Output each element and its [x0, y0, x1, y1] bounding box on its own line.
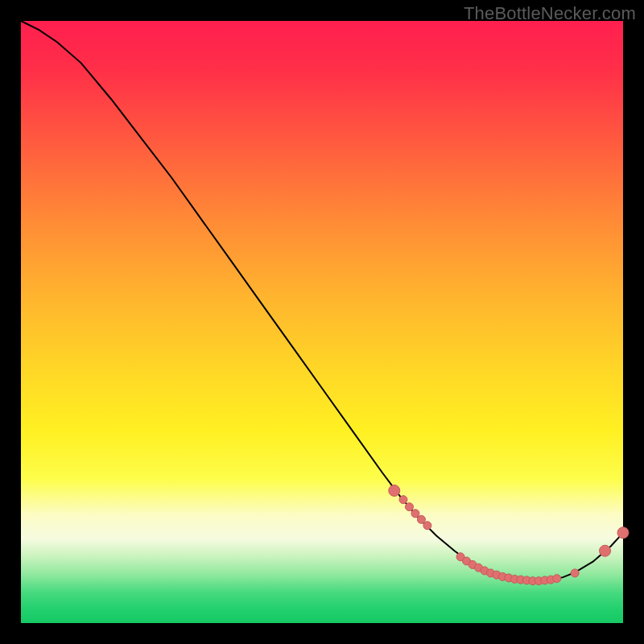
curve-marker [405, 503, 413, 511]
curve-marker [617, 527, 629, 539]
curve-marker [399, 496, 407, 504]
curve-marker [423, 522, 431, 530]
curve-marker [389, 485, 400, 496]
chart-frame: TheBottleNecker.com [0, 0, 644, 644]
curve-markers [389, 485, 629, 584]
bottleneck-curve [21, 21, 623, 581]
curve-marker [553, 575, 561, 583]
curve-marker [600, 545, 611, 556]
curve-marker [411, 510, 419, 518]
curve-marker [571, 569, 579, 577]
curve-svg [21, 21, 623, 623]
curve-marker [417, 515, 425, 523]
watermark-text: TheBottleNecker.com [464, 3, 636, 24]
plot-area [21, 21, 623, 623]
